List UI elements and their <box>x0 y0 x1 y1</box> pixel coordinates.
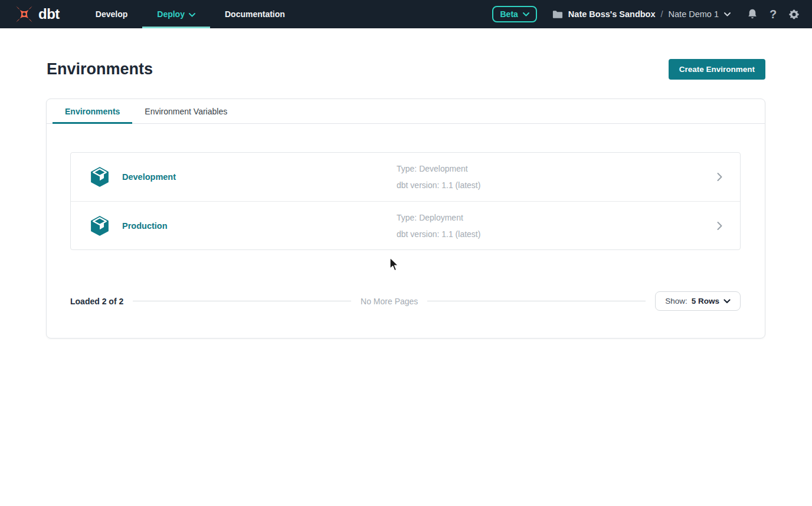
environment-name[interactable]: Development <box>122 172 176 182</box>
nav-label: Documentation <box>225 9 285 19</box>
environment-row-development[interactable]: Development Type: Development dbt versio… <box>71 153 740 201</box>
environment-list: Development Type: Development dbt versio… <box>70 152 741 250</box>
dbt-logo[interactable]: dbt <box>14 4 60 24</box>
environments-card: Environments Environment Variables Devel… <box>46 98 765 339</box>
chevron-right-icon <box>717 173 722 182</box>
account-breadcrumb[interactable]: Nate Boss's Sandbox / Nate Demo 1 <box>552 9 731 19</box>
card-body: Development Type: Development dbt versio… <box>47 124 765 338</box>
beta-dropdown[interactable]: Beta <box>492 6 536 22</box>
nav-label: Develop <box>96 9 127 19</box>
environment-version: dbt version: 1.1 (latest) <box>397 226 480 242</box>
help-glyph: ? <box>770 8 777 20</box>
environment-type: Type: Deployment <box>397 209 480 226</box>
chevron-down-icon <box>724 12 731 17</box>
chevron-right-icon <box>717 221 722 230</box>
pagination-footer: Loaded 2 of 2 No More Pages Show: 5 Rows <box>70 291 741 311</box>
tab-bar: Environments Environment Variables <box>47 99 765 124</box>
nav-item-documentation[interactable]: Documentation <box>210 0 300 28</box>
chevron-down-icon <box>723 299 731 304</box>
environments-page: Environments Create Environment Environm… <box>46 59 765 339</box>
dbt-star-icon <box>14 4 34 24</box>
tab-environment-variables[interactable]: Environment Variables <box>132 99 240 123</box>
nav-label: Deploy <box>157 9 185 19</box>
account-name: Nate Boss's Sandbox <box>568 9 656 19</box>
main-nav: Develop Deploy Documentation <box>81 0 300 28</box>
gear-icon[interactable] <box>787 7 800 21</box>
tab-label: Environments <box>65 107 120 116</box>
environment-row-production[interactable]: Production Type: Deployment dbt version:… <box>71 201 740 249</box>
bell-icon[interactable] <box>746 7 759 21</box>
top-navbar: dbt Develop Deploy Documentation Beta Na… <box>0 0 812 28</box>
navbar-icons: ? <box>746 7 800 21</box>
breadcrumb-separator: / <box>661 9 663 19</box>
nav-item-deploy[interactable]: Deploy <box>142 0 210 28</box>
environment-type: Type: Development <box>397 160 480 177</box>
chevron-down-icon <box>523 12 529 17</box>
environment-info: Type: Development dbt version: 1.1 (late… <box>397 160 480 193</box>
environment-version: dbt version: 1.1 (latest) <box>397 177 480 193</box>
create-environment-button[interactable]: Create Environment <box>669 59 765 80</box>
show-rows-dropdown[interactable]: Show: 5 Rows <box>655 291 741 311</box>
chevron-down-icon <box>189 13 195 17</box>
navbar-right: Beta Nate Boss's Sandbox / Nate Demo 1 <box>492 6 800 22</box>
show-value: 5 Rows <box>692 297 719 305</box>
nav-item-develop[interactable]: Develop <box>81 0 142 28</box>
environment-info: Type: Deployment dbt version: 1.1 (lates… <box>397 209 480 242</box>
folder-icon <box>552 10 563 19</box>
no-more-pages-label: No More Pages <box>361 297 418 306</box>
environment-name[interactable]: Production <box>122 221 168 231</box>
divider-line <box>427 301 646 301</box>
loaded-count: Loaded 2 of 2 <box>70 297 123 306</box>
brand-name: dbt <box>38 6 60 22</box>
environment-cube-icon <box>90 166 110 188</box>
page-header: Environments Create Environment <box>46 59 765 80</box>
tab-environments[interactable]: Environments <box>53 99 132 123</box>
show-label: Show: <box>665 297 687 305</box>
project-name: Nate Demo 1 <box>669 9 719 19</box>
tab-label: Environment Variables <box>145 107 227 116</box>
page-title: Environments <box>47 60 153 78</box>
beta-label: Beta <box>500 9 518 19</box>
help-icon[interactable]: ? <box>767 7 780 21</box>
environment-cube-icon <box>90 215 110 236</box>
divider-line <box>133 301 351 301</box>
